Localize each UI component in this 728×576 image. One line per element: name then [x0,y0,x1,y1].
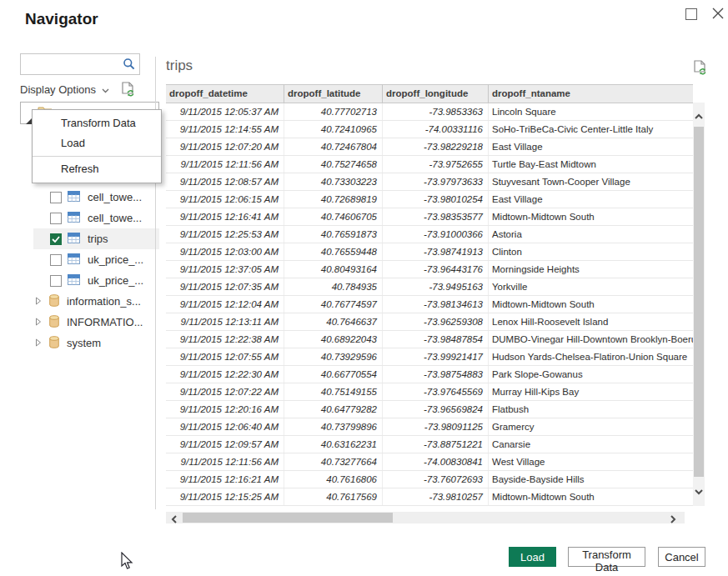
table-cell: -73.91000366 [383,226,489,243]
table-cell: 40.784935 [284,278,383,295]
table-cell: 40.7646637 [284,313,383,330]
table-cell: -73.97973633 [383,173,489,190]
column-header-dropoff_longitude[interactable]: dropoff_longitude [383,85,489,103]
table-cell: -74.00830841 [383,453,489,470]
transform-data-button[interactable]: Transform Data [568,547,645,567]
tree-item-informations[interactable]: information_s... [20,291,158,312]
table-cell: 9/11/2015 12:14:55 AM [166,121,284,138]
refresh-preview-icon[interactable] [693,60,708,80]
table-cell: -74.00331116 [383,121,489,138]
tree-item-celltowe[interactable]: cell_towe... [20,187,158,208]
table-row: 9/11/2015 12:14:55 AM40.72410965-74.0033… [166,121,693,138]
table-cell: -73.98091125 [383,418,489,435]
display-options-label: Display Options [20,83,96,96]
table-cell: 40.66770554 [284,366,383,383]
display-options-dropdown[interactable]: Display Options [20,83,109,96]
load-button[interactable]: Load [509,547,556,567]
tree-item-ukprice[interactable]: uk_price_... [20,270,158,291]
expand-chevron-icon[interactable] [35,295,42,308]
menu-item-transform-data[interactable]: Transform Data [33,113,161,133]
checkbox-unchecked[interactable] [50,192,62,203]
table-cell: 40.7616806 [284,471,383,488]
tree-item-informatio[interactable]: INFORMATIO... [20,312,158,333]
table-cell: 9/11/2015 12:07:55 AM [166,348,284,365]
table-cell: 40.75149155 [284,383,383,400]
table-cell: 9/11/2015 12:37:05 AM [166,261,284,278]
search-box [20,53,140,75]
horizontal-scrollbar[interactable] [166,512,685,523]
table-row: 9/11/2015 12:16:21 AM40.7616806-73.76072… [166,471,693,488]
table-cell: 40.76774597 [284,296,383,313]
table-cell: Hudson Yards-Chelsea-Flatiron-Union Squa… [489,348,693,365]
table-cell: Astoria [489,226,693,243]
table-cell: Lenox Hill-Roosevelt Island [489,313,693,330]
context-menu: Transform DataLoadRefresh [32,109,162,183]
table-cell: -73.97645569 [383,383,489,400]
menu-item-refresh[interactable]: Refresh [33,159,161,179]
table-cell: -73.98741913 [383,243,489,260]
table-cell: Murray Hill-Kips Bay [489,383,693,400]
table-cell: 9/11/2015 12:03:00 AM [166,243,284,260]
checkbox-unchecked[interactable] [50,213,62,224]
table-cell: 9/11/2015 12:16:41 AM [166,208,284,225]
table-icon [68,274,80,288]
horizontal-scroll-thumb[interactable] [183,513,393,523]
tree-item-system[interactable]: system [20,333,158,353]
table-cell: Bayside-Bayside Hills [489,471,693,488]
scroll-up-icon[interactable] [694,109,704,124]
table-cell: 40.72467804 [284,138,383,155]
scroll-left-icon[interactable] [170,513,178,528]
tree-item-label: uk_price_... [88,274,143,287]
table-cell: DUMBO-Vinegar Hill-Downtown Brooklyn-Boe… [489,331,693,348]
table-cell: 40.73799896 [284,418,383,435]
table-row: 9/11/2015 12:20:16 AM40.64779282-73.9656… [166,401,693,418]
search-icon[interactable] [123,58,135,73]
expand-chevron-icon[interactable] [35,337,42,349]
vertical-scrollbar[interactable] [693,103,705,506]
table-row: 9/11/2015 12:22:38 AM40.68922043-73.9848… [166,331,693,348]
column-header-dropoff_ntaname[interactable]: dropoff_ntaname [489,85,693,103]
table-cell: 9/11/2015 12:20:16 AM [166,401,284,418]
scroll-right-icon[interactable] [669,513,677,528]
table-row: 9/11/2015 12:03:00 AM40.76559448-73.9874… [166,243,693,261]
tree-item-label: information_s... [67,295,141,308]
table-cell: 40.75274658 [284,156,383,173]
table-cell: -73.98754883 [383,366,489,383]
table-icon [68,233,80,246]
tree-item-label: INFORMATIO... [67,316,143,328]
table-cell: Canarsie [489,436,693,453]
close-icon[interactable] [711,7,725,20]
table-row: 9/11/2015 12:09:57 AM40.63162231-73.8875… [166,436,693,453]
tree-item-ukprice[interactable]: uk_price_... [20,249,158,270]
checkbox-unchecked[interactable] [50,275,62,287]
navigator-dialog: Navigator Display Options cell_towe. [0,0,728,576]
refresh-sidebar-icon[interactable] [121,82,136,102]
column-header-dropoff_latitude[interactable]: dropoff_latitude [284,85,383,103]
expand-chevron-icon[interactable] [35,316,42,328]
table-cell: -73.98229218 [383,138,489,155]
table-cell: 40.76591873 [284,226,383,243]
table-row: 9/11/2015 12:07:22 AM40.75149155-73.9764… [166,383,693,401]
column-header-dropoff_datetime[interactable]: dropoff_datetime [166,85,284,103]
table-cell: Lincoln Square [489,103,693,120]
search-input[interactable] [24,56,121,73]
page-title: Navigator [25,10,98,28]
tree-item-celltowe[interactable]: cell_towe... [20,208,158,228]
maximize-icon[interactable] [685,8,697,20]
table-row: 9/11/2015 12:07:35 AM40.784935-73.949516… [166,278,693,296]
table-icon [68,253,80,267]
table-cell: Stuyvesant Town-Cooper Village [489,173,693,190]
table-cell: Midtown-Midtown South [489,208,693,225]
scroll-down-icon[interactable] [694,484,704,499]
cancel-button[interactable]: Cancel [658,547,705,567]
checkbox-checked[interactable] [50,233,62,245]
table-cell: 40.64779282 [284,401,383,418]
tree-item-trips[interactable]: trips [20,228,158,249]
table-cell: 40.63162231 [284,436,383,453]
table-cell: 9/11/2015 12:11:56 AM [166,453,284,470]
checkbox-unchecked[interactable] [50,254,62,266]
table-cell: -73.98353577 [383,208,489,225]
vertical-scroll-thumb[interactable] [694,127,704,477]
menu-item-load[interactable]: Load [33,133,161,153]
table-row: 9/11/2015 12:25:53 AM40.76591873-73.9100… [166,226,693,243]
